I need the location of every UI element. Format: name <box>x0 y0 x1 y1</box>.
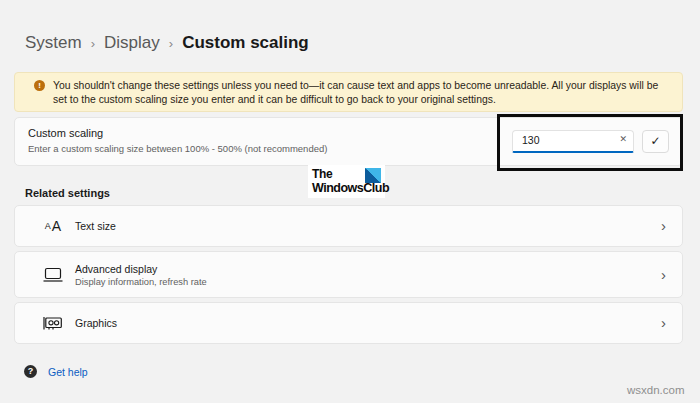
row-label: Advanced display <box>75 263 207 275</box>
text-size-icon: AA <box>39 206 67 246</box>
logo-text-windowsclub: WindowsClub <box>312 181 389 195</box>
logo-text-the: The <box>312 167 332 181</box>
warning-banner: ! You shouldn't change these settings un… <box>14 72 683 112</box>
get-help-link[interactable]: ? Get help <box>24 365 88 378</box>
breadcrumb-display[interactable]: Display <box>104 33 160 53</box>
custom-scaling-description: Enter a custom scaling size between 100%… <box>28 143 327 154</box>
clear-input-icon[interactable]: ✕ <box>619 135 627 144</box>
row-graphics[interactable]: Graphics › <box>14 302 683 344</box>
breadcrumb-system[interactable]: System <box>25 33 82 53</box>
chevron-right-icon: › <box>661 314 666 331</box>
get-help-label: Get help <box>48 366 88 378</box>
windowsclub-watermark: The WindowsClub <box>308 165 385 198</box>
row-description: Display information, refresh rate <box>75 277 207 287</box>
row-label: Text size <box>75 220 116 232</box>
chevron-right-icon: › <box>169 35 173 51</box>
monitor-icon <box>39 252 67 297</box>
warning-icon: ! <box>34 80 45 91</box>
row-advanced-display[interactable]: Advanced display Display information, re… <box>14 251 683 298</box>
related-settings-header: Related settings <box>25 187 110 199</box>
confirm-scaling-button[interactable]: ✓ <box>642 130 669 153</box>
row-text-size[interactable]: AA Text size › <box>14 205 683 247</box>
custom-scaling-input[interactable] <box>512 130 634 153</box>
breadcrumb: System › Display › Custom scaling <box>25 33 309 53</box>
warning-text: You shouldn't change these settings unle… <box>53 79 669 106</box>
help-icon: ? <box>24 365 37 378</box>
settings-window: System › Display › Custom scaling ! You … <box>0 0 700 403</box>
site-watermark: wsxdn.com <box>627 384 685 396</box>
chevron-right-icon: › <box>661 217 666 234</box>
row-label: Graphics <box>75 317 117 329</box>
chevron-right-icon: › <box>91 35 95 51</box>
page-title: Custom scaling <box>182 33 309 53</box>
gpu-icon <box>39 303 67 343</box>
chevron-right-icon: › <box>661 265 666 282</box>
custom-scaling-input-wrap: ✕ <box>512 130 634 153</box>
custom-scaling-title: Custom scaling <box>28 127 103 139</box>
